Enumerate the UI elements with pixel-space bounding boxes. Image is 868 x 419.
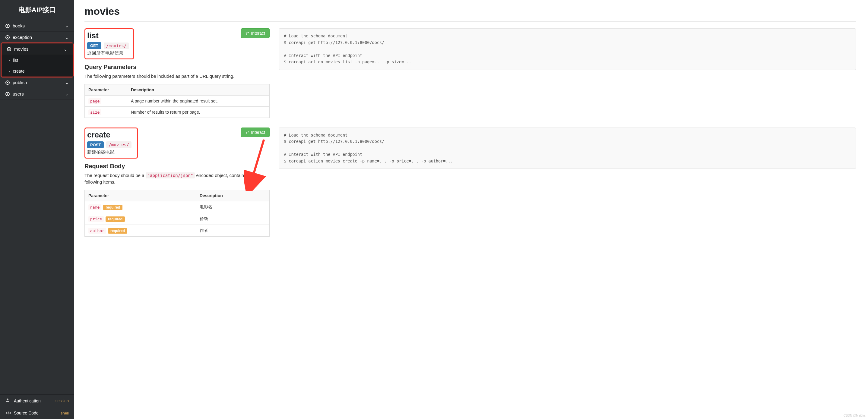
section-title: Query Parameters (85, 64, 270, 70)
nav: books ⌄ exception ⌄ movies ⌄ › list › cr… (0, 20, 74, 394)
param-desc: 价钱 (196, 213, 269, 225)
th-parameter: Parameter (85, 84, 127, 95)
param-desc: Number of results to return per page. (127, 106, 270, 118)
code-sample: # Load the schema document $ coreapi get… (279, 28, 856, 70)
section-desc: The following parameters should be inclu… (85, 73, 270, 80)
source-footer-item[interactable]: </> Source Code shell (0, 407, 74, 419)
bullet-icon (5, 24, 10, 28)
desc-pre: The request body should be a (85, 173, 146, 178)
chevron-down-icon: ⌄ (65, 80, 69, 85)
param-name: page (88, 98, 101, 104)
method-line: POST /movies/ (87, 141, 131, 148)
sidebar-item-label: exception (13, 35, 32, 40)
bullet-icon (5, 35, 10, 39)
table-row: authorrequired 作者 (85, 225, 270, 236)
source-label: Source Code (14, 411, 39, 415)
annotation-highlight: movies ⌄ › list › create (1, 42, 73, 77)
section-desc: The request body should be a "applicatio… (85, 172, 270, 186)
required-badge: required (105, 217, 125, 222)
code-icon: </> (5, 411, 11, 415)
bullet-icon (7, 47, 11, 51)
param-name: name (88, 204, 101, 210)
chevron-right-icon: › (9, 59, 10, 62)
auth-label: Authentication (14, 398, 41, 403)
sidebar-footer: Authentication session </> Source Code s… (0, 394, 74, 419)
swap-icon: ⇄ (246, 130, 249, 135)
desc-code: "application/json" (146, 172, 195, 179)
sidebar-subitem-label: create (13, 69, 25, 73)
param-name: size (88, 109, 101, 115)
endpoint-left: list GET /movies/ 返回所有电影信息. ⇄ Interact Q… (85, 28, 270, 118)
endpoint-name: create (87, 130, 131, 139)
method-line: GET /movies/ (87, 42, 129, 49)
swap-icon: ⇄ (246, 31, 249, 36)
param-name: author (88, 228, 106, 234)
endpoint-list: list GET /movies/ 返回所有电影信息. ⇄ Interact Q… (85, 28, 856, 118)
interact-button[interactable]: ⇄ Interact (241, 128, 270, 137)
annotation-highlight: create POST /movies/ 新建拍摄电影. (85, 128, 138, 159)
method-badge: POST (87, 141, 104, 148)
method-badge: GET (87, 42, 101, 49)
param-table: Parameter Description page A page number… (85, 84, 270, 118)
sub-nav: › list › create (1, 55, 73, 76)
endpoint-right: # Load the schema document $ coreapi get… (279, 128, 856, 169)
sidebar-item-books[interactable]: books ⌄ (0, 20, 74, 32)
source-value: shell (61, 411, 69, 415)
endpoint-path: /movies/ (106, 141, 131, 148)
sidebar-subitem-list[interactable]: › list (1, 55, 73, 66)
bullet-icon (5, 92, 10, 96)
sidebar-subitem-create[interactable]: › create (1, 66, 73, 76)
watermark: CSDN @MeiJin. (843, 414, 866, 417)
param-name: price (88, 216, 104, 222)
endpoint-desc: 新建拍摄电影. (87, 150, 131, 155)
sidebar-item-users[interactable]: users ⌄ (0, 88, 74, 100)
sidebar-item-label: publish (13, 80, 27, 85)
endpoint-name: list (87, 31, 129, 40)
chevron-down-icon: ⌄ (64, 47, 67, 52)
endpoint-create: create POST /movies/ 新建拍摄电影. ⇄ Interact … (85, 128, 856, 237)
sidebar-subitem-label: list (13, 58, 18, 63)
user-icon (5, 398, 11, 403)
page-title: movies (85, 5, 856, 17)
th-description: Description (196, 190, 269, 201)
param-desc: 电影名 (196, 201, 269, 213)
code-sample: # Load the schema document $ coreapi get… (279, 128, 856, 169)
sidebar-item-movies[interactable]: movies ⌄ (1, 43, 73, 55)
endpoint-header: list GET /movies/ 返回所有电影信息. ⇄ Interact (85, 28, 270, 59)
sidebar-item-publish[interactable]: publish ⌄ (0, 77, 74, 88)
param-table: Parameter Description namerequired 电影名 p… (85, 190, 270, 237)
param-desc: 作者 (196, 225, 269, 236)
chevron-down-icon: ⌄ (65, 24, 69, 28)
endpoint-desc: 返回所有电影信息. (87, 50, 129, 56)
endpoint-path: /movies/ (104, 42, 129, 49)
endpoint-right: # Load the schema document $ coreapi get… (279, 28, 856, 70)
sidebar-item-exception[interactable]: exception ⌄ (0, 32, 74, 43)
app-title: 电影AIP接口 (0, 0, 74, 20)
main-content: movies list GET /movies/ 返回所有电影信息. ⇄ Int… (74, 0, 868, 419)
required-badge: required (108, 228, 127, 234)
param-desc: A page number within the paginated resul… (127, 95, 270, 106)
auth-value: session (56, 398, 69, 403)
table-row: page A page number within the paginated … (85, 95, 270, 106)
required-badge: required (103, 205, 122, 210)
chevron-down-icon: ⌄ (65, 92, 69, 96)
section-title: Request Body (85, 163, 270, 170)
bullet-icon (5, 80, 10, 85)
table-row: pricerequired 价钱 (85, 213, 270, 225)
auth-footer-item[interactable]: Authentication session (0, 395, 74, 407)
table-row: size Number of results to return per pag… (85, 106, 270, 118)
chevron-down-icon: ⌄ (65, 35, 69, 40)
endpoint-header: create POST /movies/ 新建拍摄电影. ⇄ Interact (85, 128, 270, 159)
interact-button[interactable]: ⇄ Interact (241, 28, 270, 38)
table-row: namerequired 电影名 (85, 201, 270, 213)
th-description: Description (127, 84, 270, 95)
sidebar-item-label: books (13, 23, 25, 28)
th-parameter: Parameter (85, 190, 196, 201)
interact-label: Interact (251, 130, 265, 135)
sidebar: 电影AIP接口 books ⌄ exception ⌄ movies ⌄ › l… (0, 0, 74, 419)
interact-label: Interact (251, 31, 265, 36)
chevron-right-icon: › (9, 69, 10, 73)
sidebar-item-label: users (13, 91, 24, 96)
endpoint-left: create POST /movies/ 新建拍摄电影. ⇄ Interact … (85, 128, 270, 237)
annotation-highlight: list GET /movies/ 返回所有电影信息. (85, 28, 134, 59)
